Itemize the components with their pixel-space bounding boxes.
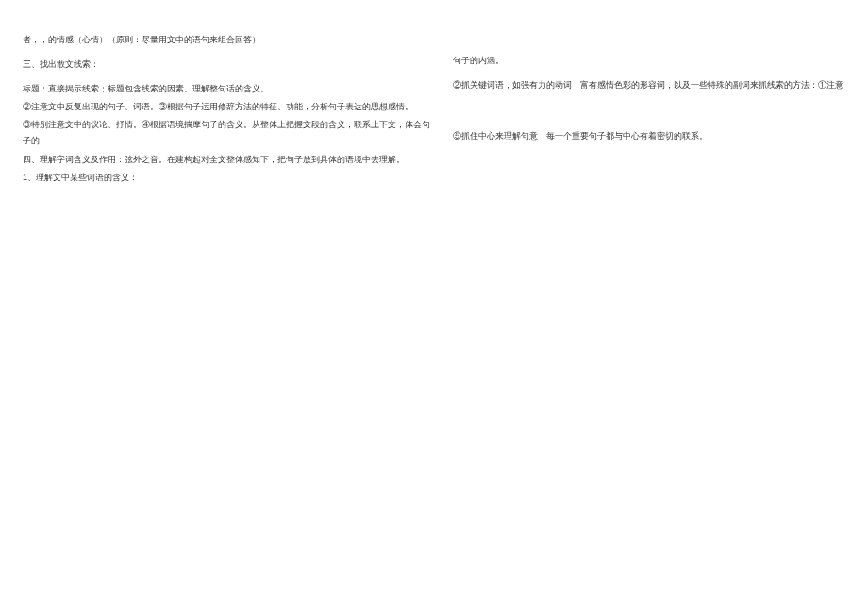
text-line: 标题：直接揭示线索；标题包含线索的因素。理解整句话的含义。 <box>23 81 438 97</box>
text-line: ②注意文中反复出现的句子、词语。③根据句子运用修辞方法的特征、功能，分析句子表达… <box>23 99 438 115</box>
text-line: 句子的内涵。 <box>453 53 845 69</box>
section-heading-3: 三、找出散文线索： <box>23 57 438 73</box>
document-page: 者，，的情感（心情）（原则：尽量用文中的语句来组合回答） 三、找出散文线索： 标… <box>0 0 868 614</box>
right-column: 句子的内涵。 ②抓关键词语，如强有力的动词，富有感情色彩的形容词，以及一些特殊的… <box>453 32 845 146</box>
text-line: ②抓关键词语，如强有力的动词，富有感情色彩的形容词，以及一些特殊的副词来抓线索的… <box>453 77 845 93</box>
text-line: ③特别注意文中的议论、抒情。④根据语境揣摩句子的含义。从整体上把握文段的含义，联… <box>23 117 438 149</box>
text-line: 1、理解文中某些词语的含义： <box>23 170 438 186</box>
left-column: 者，，的情感（心情）（原则：尽量用文中的语句来组合回答） 三、找出散文线索： 标… <box>23 32 438 188</box>
text-line: ⑤抓住中心来理解句意，每一个重要句子都与中心有着密切的联系。 <box>453 128 845 144</box>
section-heading-4: 四、理解字词含义及作用：弦外之音。在建构起对全文整体感知下，把句子放到具体的语境… <box>23 152 438 168</box>
text-line: 者，，的情感（心情）（原则：尽量用文中的语句来组合回答） <box>23 32 438 48</box>
